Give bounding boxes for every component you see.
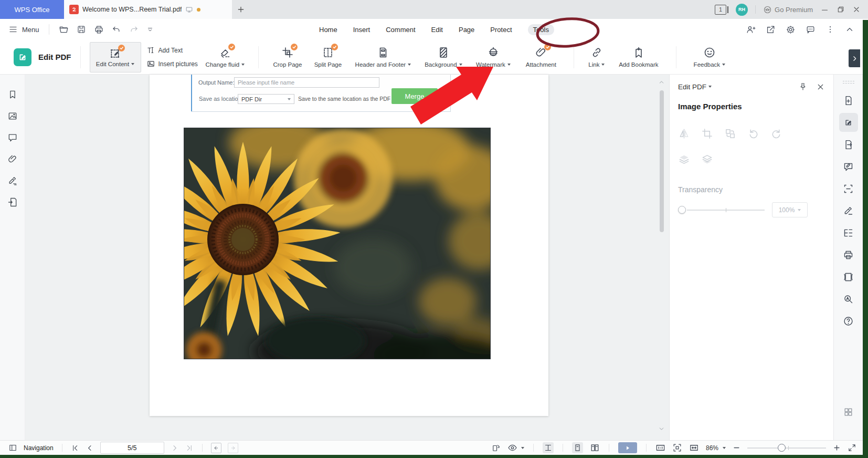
scroll-down-icon[interactable] bbox=[658, 425, 665, 432]
background-button[interactable]: Background bbox=[418, 43, 469, 72]
save-location-select[interactable]: PDF Dir bbox=[238, 94, 294, 104]
fit-width-button[interactable] bbox=[689, 443, 699, 453]
output-name-input[interactable] bbox=[234, 77, 379, 88]
actual-size-button[interactable] bbox=[655, 443, 665, 453]
rotate-left-icon[interactable] bbox=[747, 128, 759, 140]
hamburger-menu-icon[interactable] bbox=[8, 25, 18, 34]
add-bookmark-button[interactable]: Add Bookmark bbox=[610, 43, 667, 72]
chat-feedback-icon[interactable] bbox=[806, 25, 816, 35]
tab-tools[interactable]: Tools bbox=[528, 24, 554, 35]
two-page-view-button[interactable] bbox=[590, 443, 600, 453]
wps-office-tab[interactable]: WPS Office bbox=[0, 0, 64, 19]
navigation-label[interactable]: Navigation bbox=[24, 444, 54, 452]
header-footer-button[interactable]: Header and Footer bbox=[348, 43, 418, 72]
menu-button[interactable]: Menu bbox=[22, 26, 39, 34]
slideshow-play-button[interactable] bbox=[618, 442, 637, 453]
rotate-page-icon[interactable] bbox=[491, 443, 501, 453]
save-icon[interactable] bbox=[77, 25, 86, 34]
close-button[interactable] bbox=[852, 5, 861, 14]
single-page-view-button[interactable] bbox=[572, 442, 583, 453]
navigation-panel-icon[interactable] bbox=[8, 443, 17, 452]
panel-mode-select[interactable]: Edit PDF bbox=[678, 83, 712, 91]
bookmarks-panel-icon[interactable] bbox=[7, 89, 18, 100]
document-tab[interactable]: Welcome to WPS...Reem Trial.pdf bbox=[64, 0, 232, 19]
previous-view-button[interactable] bbox=[211, 443, 221, 453]
print-icon[interactable] bbox=[94, 25, 104, 35]
zoom-in-button[interactable] bbox=[833, 444, 841, 452]
continuous-view-button[interactable] bbox=[543, 442, 554, 453]
watermark-button[interactable]: Watermark bbox=[469, 43, 517, 72]
zoom-out-button[interactable] bbox=[733, 444, 740, 452]
export-panel-icon[interactable] bbox=[7, 197, 18, 207]
window-stack-icon[interactable]: 1 bbox=[715, 5, 728, 15]
close-panel-icon[interactable] bbox=[816, 82, 825, 91]
new-tab-button[interactable] bbox=[232, 0, 250, 19]
customize-toolbar-icon[interactable] bbox=[146, 26, 154, 33]
pin-panel-icon[interactable] bbox=[798, 82, 808, 91]
settings-gear-icon[interactable] bbox=[786, 25, 796, 35]
collapse-ribbon-icon[interactable] bbox=[845, 25, 854, 34]
link-button[interactable]: Link bbox=[583, 43, 610, 72]
fullscreen-button[interactable] bbox=[848, 443, 856, 452]
edit-content-button[interactable]: Edit Content bbox=[90, 42, 141, 72]
vertical-scrollbar[interactable] bbox=[658, 75, 666, 440]
transparency-slider[interactable]: 100% bbox=[678, 202, 825, 217]
tab-home[interactable]: Home bbox=[319, 26, 337, 34]
split-page-button[interactable]: Split Page bbox=[308, 43, 348, 72]
slider-handle[interactable] bbox=[678, 206, 686, 214]
send-to-back-icon[interactable] bbox=[701, 153, 713, 165]
rail-drag-handle-icon[interactable] bbox=[843, 81, 854, 84]
tab-insert[interactable]: Insert bbox=[353, 26, 371, 34]
change-fluid-button[interactable]: Change fluid bbox=[201, 43, 249, 72]
share-icon[interactable] bbox=[766, 25, 776, 35]
zoom-slider[interactable] bbox=[747, 447, 826, 449]
rotate-right-icon[interactable] bbox=[770, 128, 782, 140]
more-tools-grid-icon[interactable] bbox=[834, 407, 863, 417]
slider-track[interactable] bbox=[687, 210, 765, 211]
signature-panel-icon[interactable] bbox=[7, 175, 18, 186]
next-view-button[interactable] bbox=[228, 443, 238, 453]
zoom-slider-handle[interactable] bbox=[778, 444, 786, 452]
page-layout-button[interactable] bbox=[839, 223, 858, 242]
insert-pictures-button[interactable]: Insert pictures bbox=[146, 59, 198, 68]
more-options-icon[interactable] bbox=[825, 25, 835, 34]
zoom-level-select[interactable]: 86% bbox=[706, 444, 726, 452]
pdf-page[interactable]: Output Name: Save as location: PDF Dir S… bbox=[150, 75, 548, 416]
ribbon-overflow-button[interactable] bbox=[849, 49, 860, 67]
last-page-button[interactable] bbox=[185, 444, 194, 452]
share-with-user-icon[interactable] bbox=[746, 25, 756, 35]
attachment-button[interactable]: Attachment bbox=[517, 43, 565, 72]
replace-image-icon[interactable] bbox=[724, 128, 736, 140]
crop-page-button[interactable]: Crop Page bbox=[268, 43, 308, 72]
sunflower-image[interactable] bbox=[184, 128, 491, 359]
merge-button[interactable]: Merge bbox=[391, 88, 438, 104]
page-number-input[interactable]: 5/5 bbox=[100, 442, 164, 454]
previous-page-button[interactable] bbox=[86, 444, 94, 452]
feedback-button[interactable]: Feedback bbox=[685, 43, 734, 72]
crop-image-icon[interactable] bbox=[701, 128, 713, 140]
tab-protect[interactable]: Protect bbox=[490, 26, 512, 34]
transparency-value-select[interactable]: 100% bbox=[772, 202, 808, 217]
text-box-button[interactable] bbox=[839, 179, 858, 198]
restore-button[interactable] bbox=[837, 5, 845, 14]
bring-to-front-icon[interactable] bbox=[678, 153, 690, 165]
export-page-button[interactable] bbox=[839, 135, 858, 154]
minimize-button[interactable] bbox=[820, 5, 829, 14]
find-replace-button[interactable] bbox=[839, 289, 858, 308]
comments-panel-icon[interactable] bbox=[7, 132, 18, 143]
tab-edit[interactable]: Edit bbox=[431, 26, 443, 34]
insert-page-button[interactable] bbox=[839, 91, 858, 110]
first-page-button[interactable] bbox=[71, 444, 79, 452]
scrollbar-thumb[interactable] bbox=[660, 90, 664, 232]
print-rail-button[interactable] bbox=[839, 245, 858, 264]
page-display-button[interactable] bbox=[839, 267, 858, 286]
tab-comment[interactable]: Comment bbox=[386, 26, 415, 34]
add-text-button[interactable]: Add Text bbox=[146, 46, 198, 55]
undo-icon[interactable] bbox=[112, 25, 121, 34]
fit-page-button[interactable] bbox=[672, 443, 682, 453]
annotate-comment-button[interactable] bbox=[839, 157, 858, 176]
redo-icon[interactable] bbox=[129, 25, 139, 34]
document-area[interactable]: Output Name: Save as location: PDF Dir S… bbox=[25, 75, 669, 440]
open-file-icon[interactable] bbox=[59, 25, 69, 35]
scroll-up-icon[interactable] bbox=[658, 79, 665, 86]
